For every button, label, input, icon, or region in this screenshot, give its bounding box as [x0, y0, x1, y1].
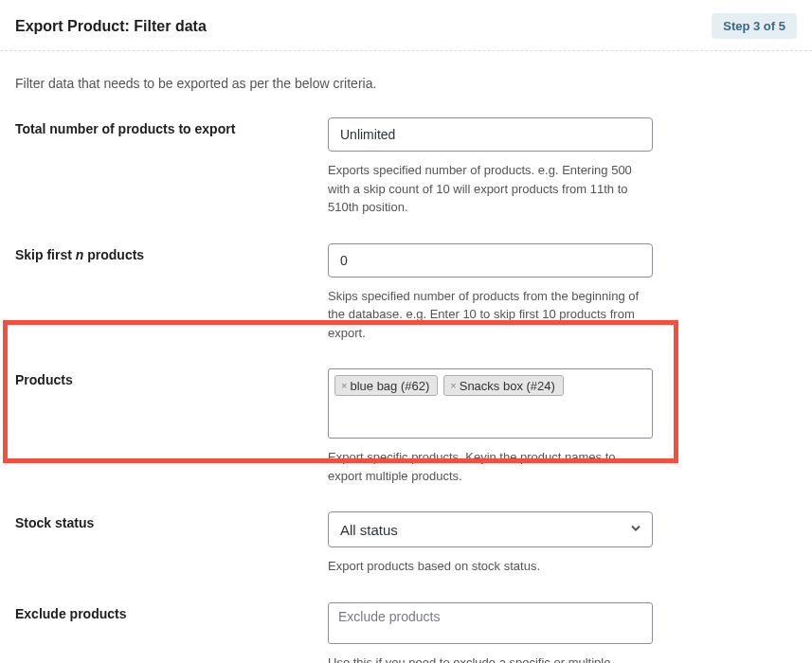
- input-skip-products[interactable]: [328, 243, 653, 278]
- label-stock-status: Stock status: [15, 511, 328, 576]
- label-products: Products: [15, 368, 328, 485]
- help-stock-status: Export products based on stock status.: [328, 557, 653, 576]
- control-exclude-products: Exclude products Use this if you need to…: [328, 602, 653, 664]
- product-tag: × blue bag (#62): [334, 375, 438, 396]
- input-exclude-products[interactable]: Exclude products: [328, 602, 653, 644]
- input-total-products[interactable]: [328, 117, 653, 152]
- close-icon[interactable]: ×: [450, 381, 456, 391]
- help-skip-products: Skips specified number of products from …: [328, 287, 653, 343]
- field-total-products: Total number of products to export Expor…: [15, 117, 797, 217]
- field-products: Products × blue bag (#62) × Snacks box (…: [15, 368, 797, 485]
- content: Filter data that needs to be exported as…: [0, 51, 812, 663]
- export-product-page: Export Product: Filter data Step 3 of 5 …: [0, 0, 812, 663]
- control-stock-status: All status Export products based on stoc…: [328, 511, 653, 576]
- help-total-products: Exports specified number of products. e.…: [328, 161, 653, 217]
- close-icon[interactable]: ×: [341, 381, 347, 391]
- input-products[interactable]: × blue bag (#62) × Snacks box (#24): [328, 368, 653, 439]
- product-tag-label: Snacks box (#24): [460, 379, 555, 393]
- product-tag: × Snacks box (#24): [443, 375, 564, 396]
- page-header: Export Product: Filter data Step 3 of 5: [0, 0, 812, 51]
- step-indicator: Step 3 of 5: [712, 13, 797, 39]
- field-stock-status: Stock status All status Export products …: [15, 511, 797, 576]
- label-skip-post: products: [83, 247, 144, 262]
- product-tag-label: blue bag (#62): [350, 379, 429, 393]
- select-display: All status: [328, 511, 653, 547]
- label-exclude-products: Exclude products: [15, 602, 328, 664]
- help-exclude-products: Use this if you need to exclude a specif…: [328, 654, 653, 664]
- intro-text: Filter data that needs to be exported as…: [15, 76, 797, 91]
- control-skip-products: Skips specified number of products from …: [328, 243, 653, 343]
- select-stock-status[interactable]: All status: [328, 511, 653, 547]
- exclude-placeholder: Exclude products: [338, 609, 440, 624]
- label-skip-pre: Skip first: [15, 247, 76, 262]
- label-skip-products: Skip first n products: [15, 243, 328, 343]
- field-exclude-products: Exclude products Exclude products Use th…: [15, 602, 797, 664]
- control-products: × blue bag (#62) × Snacks box (#24) Expo…: [328, 368, 653, 485]
- page-title: Export Product: Filter data: [15, 18, 207, 35]
- help-products: Export specific products. Keyin the prod…: [328, 448, 653, 485]
- field-skip-products: Skip first n products Skips specified nu…: [15, 243, 797, 343]
- label-total-products: Total number of products to export: [15, 117, 328, 217]
- control-total-products: Exports specified number of products. e.…: [328, 117, 653, 217]
- select-value: All status: [340, 522, 398, 538]
